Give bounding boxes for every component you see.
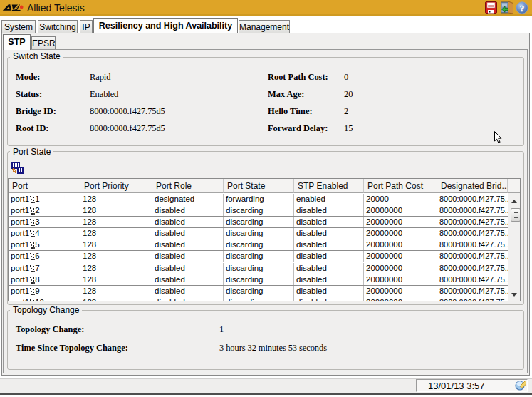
svg-text:?: ? <box>520 3 525 14</box>
